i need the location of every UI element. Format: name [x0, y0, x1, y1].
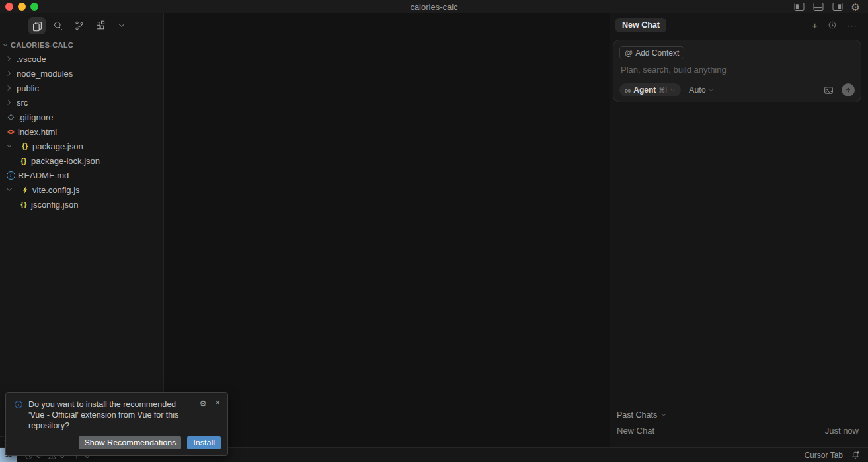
- file-label: package.json: [32, 141, 83, 151]
- tree-item-vscode[interactable]: .vscode: [0, 52, 163, 66]
- tree-item-index-html[interactable]: <>index.html: [0, 124, 163, 139]
- html-brackets-icon: <>: [5, 128, 16, 135]
- json-braces-icon: {}: [20, 142, 30, 150]
- notification-settings-gear-icon[interactable]: ⚙: [199, 399, 207, 408]
- install-button[interactable]: Install: [187, 436, 221, 449]
- app-window: calories-calc ⚙: [0, 0, 868, 462]
- tree-item-gitignore[interactable]: .gitignore: [0, 110, 163, 124]
- tree-item-package-json[interactable]: {}package.json: [0, 139, 163, 153]
- file-label: .gitignore: [18, 112, 53, 122]
- sidebar: CALORIES-CALC .vscodenode_modulespublics…: [0, 13, 164, 447]
- notifications-bell-icon[interactable]: [851, 451, 860, 460]
- notification-close-icon[interactable]: ✕: [215, 399, 221, 406]
- more-views-chevron-icon[interactable]: [113, 17, 130, 34]
- git-diamond-icon: [5, 115, 16, 120]
- chevron-down-icon: [4, 186, 15, 194]
- tree-item-jsconfig-json[interactable]: {}jsconfig.json: [0, 197, 163, 212]
- minimize-window-button[interactable]: [18, 3, 26, 11]
- editor-area[interactable]: [164, 13, 610, 447]
- extensions-icon[interactable]: [92, 17, 109, 34]
- maximize-window-button[interactable]: [30, 3, 38, 11]
- file-label: public: [17, 83, 39, 93]
- toggle-right-panel-icon[interactable]: [832, 2, 843, 11]
- search-icon[interactable]: [50, 17, 67, 34]
- model-label: Auto: [689, 85, 706, 95]
- add-context-chip[interactable]: @ Add Context: [619, 46, 684, 59]
- json-braces-icon: {}: [19, 200, 29, 208]
- past-chat-item[interactable]: New ChatJust now: [617, 422, 859, 438]
- file-label: src: [17, 98, 28, 108]
- tree-item-src[interactable]: src: [0, 95, 163, 110]
- info-icon: [14, 400, 23, 431]
- close-window-button[interactable]: [5, 3, 13, 11]
- chat-input-placeholder[interactable]: Plan, search, build anything: [619, 65, 855, 75]
- past-chats-list: New ChatJust now: [617, 422, 859, 438]
- window-title: calories-calc: [0, 2, 868, 12]
- file-label: jsconfig.json: [31, 200, 79, 210]
- chat-history-area: [610, 102, 868, 408]
- json-braces-icon: {}: [19, 157, 29, 165]
- file-label: README.md: [18, 171, 69, 180]
- agent-label: Agent: [633, 85, 656, 95]
- show-recommendations-button[interactable]: Show Recommendations: [79, 436, 181, 449]
- cursor-tab-label[interactable]: Cursor Tab: [805, 451, 843, 460]
- settings-gear-icon[interactable]: ⚙: [851, 2, 860, 12]
- chevron-down-icon: [708, 87, 714, 93]
- chevron-right-icon: [4, 98, 15, 106]
- chevron-down-icon: [1, 41, 9, 49]
- chat-toolbar-actions: + ···: [812, 20, 857, 30]
- add-context-label: Add Context: [635, 48, 679, 58]
- chat-input-box[interactable]: @ Add Context Plan, search, build anythi…: [613, 40, 861, 102]
- more-options-icon[interactable]: ···: [847, 21, 857, 30]
- chevron-down-icon: [4, 142, 15, 150]
- traffic-lights: [5, 3, 38, 11]
- infinity-icon: ∞: [625, 86, 631, 95]
- past-chats-label: Past Chats: [617, 410, 657, 420]
- file-label: index.html: [18, 127, 57, 137]
- file-label: vite.config.js: [32, 185, 80, 195]
- at-sign-icon: @: [625, 48, 633, 58]
- explorer-files-icon[interactable]: [28, 17, 46, 34]
- tree-item-package-lock-json[interactable]: {}package-lock.json: [0, 153, 163, 168]
- agent-mode-dropdown[interactable]: ∞ Agent ⌘I: [619, 83, 681, 96]
- chevron-right-icon: [4, 84, 15, 92]
- activity-toolbar: [0, 13, 163, 38]
- file-label: .vscode: [17, 54, 46, 64]
- tree-item-node-modules[interactable]: node_modules: [0, 66, 163, 81]
- explorer-section-header[interactable]: CALORIES-CALC: [0, 38, 163, 52]
- chat-input-controls: ∞ Agent ⌘I Auto: [619, 83, 855, 96]
- tree-item-readme-md[interactable]: iREADME.md: [0, 168, 163, 182]
- chevron-down-icon: [670, 87, 676, 93]
- chevron-right-icon: [4, 55, 15, 63]
- tree-item-public[interactable]: public: [0, 81, 163, 95]
- tree-item-vite-config-js[interactable]: vite.config.js: [0, 182, 163, 197]
- file-label: node_modules: [17, 69, 73, 79]
- chat-toolbar: New Chat + ···: [610, 13, 868, 37]
- file-label: package-lock.json: [31, 156, 100, 166]
- send-button[interactable]: [842, 83, 855, 96]
- notification-message: Do you want to install the recommended '…: [28, 399, 190, 431]
- statusbar-right: Cursor Tab: [805, 451, 860, 460]
- chevron-down-icon: [660, 412, 667, 418]
- history-clock-icon[interactable]: [828, 20, 837, 30]
- file-tree: .vscodenode_modulespublicsrc.gitignore<>…: [0, 52, 163, 447]
- main-area: CALORIES-CALC .vscodenode_modulespublics…: [0, 13, 868, 447]
- model-dropdown[interactable]: Auto: [689, 85, 714, 95]
- tab-new-chat[interactable]: New Chat: [615, 18, 666, 32]
- toggle-left-panel-icon[interactable]: [794, 2, 805, 11]
- agent-shortcut-label: ⌘I: [658, 87, 667, 94]
- past-chats-section: Past Chats New ChatJust now: [610, 408, 868, 447]
- toggle-bottom-panel-icon[interactable]: [813, 2, 824, 11]
- project-name-label: CALORIES-CALC: [11, 41, 73, 49]
- source-control-icon[interactable]: [71, 17, 88, 34]
- new-chat-plus-icon[interactable]: +: [812, 20, 818, 30]
- chevron-right-icon: [4, 69, 15, 77]
- notification-toast: Do you want to install the recommended '…: [5, 392, 228, 456]
- past-chats-header[interactable]: Past Chats: [617, 408, 859, 422]
- attach-image-icon[interactable]: [824, 85, 834, 95]
- past-chat-time: Just now: [825, 426, 859, 436]
- chat-panel: New Chat + ··· @ Add Context Plan, searc…: [610, 13, 868, 447]
- vite-bolt-icon: [20, 186, 30, 194]
- past-chat-title: New Chat: [617, 426, 654, 436]
- titlebar-actions: ⚙: [794, 0, 860, 13]
